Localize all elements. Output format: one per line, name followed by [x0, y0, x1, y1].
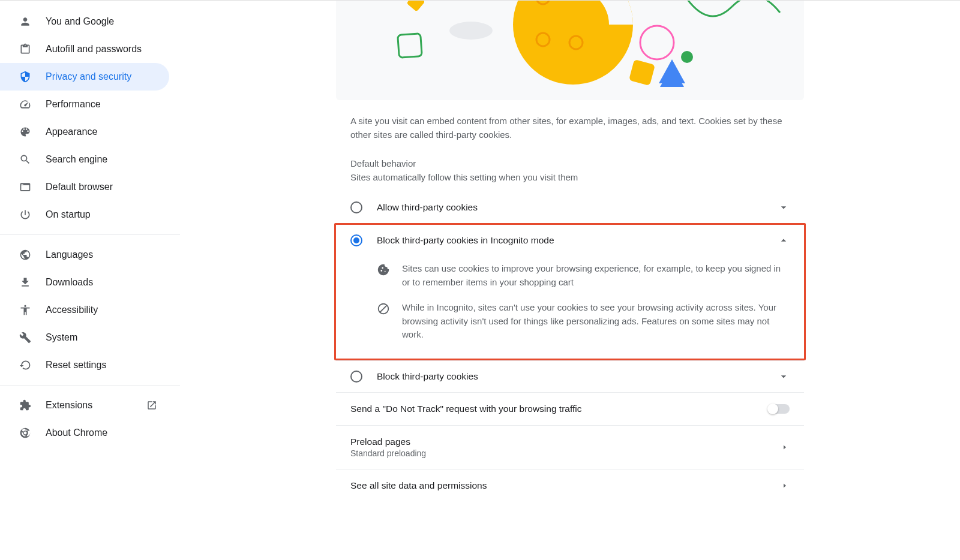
radio-selected[interactable] — [350, 234, 362, 246]
browser-icon — [18, 180, 32, 194]
sidebar-item-autofill[interactable]: Autofill and passwords — [0, 35, 169, 63]
svg-point-0 — [449, 22, 493, 40]
palette-icon — [18, 125, 32, 139]
sidebar: You and Google Autofill and passwords Pr… — [0, 1, 180, 560]
sidebar-item-extensions[interactable]: Extensions — [0, 392, 169, 419]
chevron-down-icon[interactable] — [778, 371, 790, 383]
svg-rect-2 — [407, 1, 425, 11]
radio-unselected[interactable] — [350, 371, 362, 383]
option-label: Allow third-party cookies — [377, 202, 778, 213]
cookie-icon — [377, 263, 390, 276]
sidebar-item-about[interactable]: About Chrome — [0, 419, 169, 447]
chevron-down-icon[interactable] — [778, 201, 790, 213]
restore-icon — [18, 358, 32, 372]
setting-title: Preload pages — [350, 436, 780, 447]
default-behavior-subtext: Sites automatically follow this setting … — [336, 172, 804, 192]
arrow-right-icon — [780, 442, 790, 452]
sidebar-item-label: Search engine — [46, 154, 157, 165]
sidebar-item-search-engine[interactable]: Search engine — [0, 146, 169, 173]
sidebar-item-label: Performance — [46, 99, 157, 110]
sidebar-item-appearance[interactable]: Appearance — [0, 118, 169, 146]
svg-rect-1 — [398, 34, 422, 58]
sidebar-item-you-and-google[interactable]: You and Google — [0, 8, 169, 35]
svg-marker-11 — [659, 59, 685, 83]
external-link-icon — [146, 400, 157, 411]
main-content: A site you visit can embed content from … — [180, 1, 960, 560]
sidebar-item-downloads[interactable]: Downloads — [0, 269, 169, 296]
chrome-icon — [18, 426, 32, 440]
sidebar-item-on-startup[interactable]: On startup — [0, 201, 169, 228]
sidebar-item-languages[interactable]: Languages — [0, 241, 169, 269]
chevron-up-icon[interactable] — [778, 234, 790, 246]
option-label: Block third-party cookies — [377, 371, 778, 382]
sidebar-item-label: Appearance — [46, 127, 157, 137]
wrench-icon — [18, 330, 32, 345]
sidebar-item-accessibility[interactable]: Accessibility — [0, 296, 169, 324]
svg-point-8 — [681, 51, 693, 63]
clipboard-icon — [18, 42, 32, 56]
sidebar-item-label: Accessibility — [46, 305, 157, 315]
description-text: A site you visit can embed content from … — [336, 100, 804, 141]
setting-title: See all site data and permissions — [350, 480, 780, 491]
setting-title: Send a "Do Not Track" request with your … — [350, 404, 768, 414]
highlighted-option: Block third-party cookies in Incognito m… — [334, 223, 806, 360]
sidebar-item-label: Default browser — [46, 182, 157, 192]
shield-icon — [18, 70, 32, 84]
info-text: While in Incognito, sites can't use your… — [402, 301, 790, 342]
search-icon — [18, 152, 32, 167]
option-label: Block third-party cookies in Incognito m… — [377, 235, 778, 246]
svg-rect-9 — [629, 59, 655, 86]
radio-unselected[interactable] — [350, 201, 362, 213]
option-allow-cookies[interactable]: Allow third-party cookies — [336, 192, 804, 223]
svg-point-7 — [640, 26, 674, 59]
sidebar-item-label: System — [46, 332, 157, 343]
sidebar-item-label: Extensions — [46, 400, 146, 411]
power-icon — [18, 207, 32, 222]
globe-icon — [18, 248, 32, 262]
sidebar-item-label: You and Google — [46, 16, 157, 27]
sidebar-item-privacy[interactable]: Privacy and security — [0, 63, 169, 91]
sidebar-item-default-browser[interactable]: Default browser — [0, 173, 169, 201]
option-block-incognito[interactable]: Block third-party cookies in Incognito m… — [336, 225, 804, 256]
sidebar-item-label: On startup — [46, 209, 157, 220]
sidebar-item-performance[interactable]: Performance — [0, 91, 169, 118]
sidebar-item-label: Autofill and passwords — [46, 44, 157, 55]
setting-subtitle: Standard preloading — [350, 448, 780, 458]
info-text: Sites can use cookies to improve your br… — [402, 262, 790, 289]
accessibility-icon — [18, 303, 32, 317]
sidebar-item-system[interactable]: System — [0, 324, 169, 351]
sidebar-item-label: About Chrome — [46, 427, 157, 438]
extension-icon — [18, 398, 32, 413]
setting-site-data[interactable]: See all site data and permissions — [336, 469, 804, 502]
sidebar-item-reset[interactable]: Reset settings — [0, 351, 169, 379]
default-behavior-header: Default behavior — [336, 141, 804, 172]
setting-preload-pages[interactable]: Preload pages Standard preloading — [336, 425, 804, 469]
illustration-banner — [336, 1, 804, 100]
expanded-description: Sites can use cookies to improve your br… — [336, 256, 804, 359]
setting-do-not-track[interactable]: Send a "Do Not Track" request with your … — [336, 392, 804, 425]
toggle-off[interactable] — [768, 404, 790, 414]
sidebar-item-label: Downloads — [46, 277, 157, 288]
arrow-right-icon — [780, 481, 790, 490]
speedometer-icon — [18, 97, 32, 112]
option-block-all[interactable]: Block third-party cookies — [336, 360, 804, 392]
block-icon — [377, 302, 390, 315]
person-icon — [18, 14, 32, 29]
sidebar-item-label: Reset settings — [46, 360, 157, 371]
download-icon — [18, 275, 32, 290]
sidebar-item-label: Languages — [46, 249, 157, 260]
sidebar-item-label: Privacy and security — [46, 71, 157, 82]
